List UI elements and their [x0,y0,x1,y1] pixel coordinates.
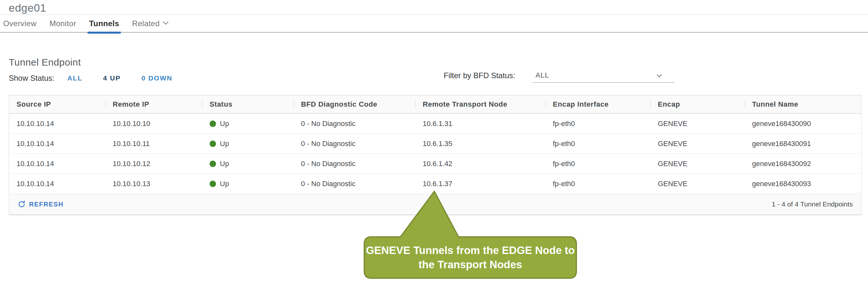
table-row: 10.10.10.14 10.10.10.10 Up 0 - No Diagno… [9,114,861,134]
callout-text: GENEVE Tunnels from the EDGE Node to the… [364,237,577,278]
status-up-dot [210,120,216,127]
col-header-encap: Encap [650,100,745,109]
bfd-filter-group: Filter by BFD Status: ALL [444,71,675,83]
refresh-label: REFRESH [29,201,64,208]
page-title: edge01 [9,2,46,14]
show-status-all-link[interactable]: ALL [67,74,82,82]
col-header-tunnel-name: Tunnel Name [745,100,861,109]
table-footer: REFRESH 1 - 4 of 4 Tunnel Endpoints [9,194,861,215]
status-up-dot [210,161,216,167]
col-header-bfd: BFD Diagnostic Code [293,100,415,109]
show-status-label: Show Status: [9,74,54,83]
tab-monitor[interactable]: Monitor [50,15,76,32]
chevron-down-icon [163,19,168,25]
col-header-remote-ip: Remote IP [105,100,202,109]
tunnel-endpoint-table: Source IP Remote IP Status BFD Diagnosti… [9,95,862,215]
show-status-down-link[interactable]: 0 DOWN [142,74,173,82]
tab-tunnels[interactable]: Tunnels [89,15,119,32]
show-status-up-link[interactable]: 4 UP [103,74,121,82]
col-header-encap-interface: Encap Interface [546,100,650,109]
show-status-group: Show Status: ALL 4 UP 0 DOWN [9,74,173,83]
table-row: 10.10.10.14 10.10.10.13 Up 0 - No Diagno… [9,174,861,194]
section-heading: Tunnel Endpoint [9,57,81,68]
table-row: 10.10.10.14 10.10.10.11 Up 0 - No Diagno… [9,134,861,154]
col-header-source-ip: Source IP [9,100,105,109]
tab-related[interactable]: Related [132,15,167,32]
chevron-down-icon [657,72,662,77]
refresh-icon [18,200,26,208]
bfd-filter-label: Filter by BFD Status: [444,71,515,83]
bfd-select-value: ALL [535,71,549,80]
page-root: { "page": { "title": "edge01" }, "tabs":… [0,0,868,285]
col-header-remote-transport-node: Remote Transport Node [415,100,546,109]
tab-overview[interactable]: Overview [3,15,36,32]
tab-bar: Overview Monitor Tunnels Related [0,15,868,33]
table-header-row: Source IP Remote IP Status BFD Diagnosti… [9,95,861,114]
refresh-button[interactable]: REFRESH [18,200,64,208]
table-row: 10.10.10.14 10.10.10.12 Up 0 - No Diagno… [9,154,861,174]
status-up-dot [210,181,216,187]
pagination-summary: 1 - 4 of 4 Tunnel Endpoints [772,200,853,208]
callout-line1: GENEVE Tunnels from the EDGE Node to [366,243,575,258]
col-header-status: Status [202,100,293,109]
bfd-status-select[interactable]: ALL [532,71,675,83]
status-up-dot [210,141,216,147]
callout-line2: the Transport Nodes [418,258,522,272]
